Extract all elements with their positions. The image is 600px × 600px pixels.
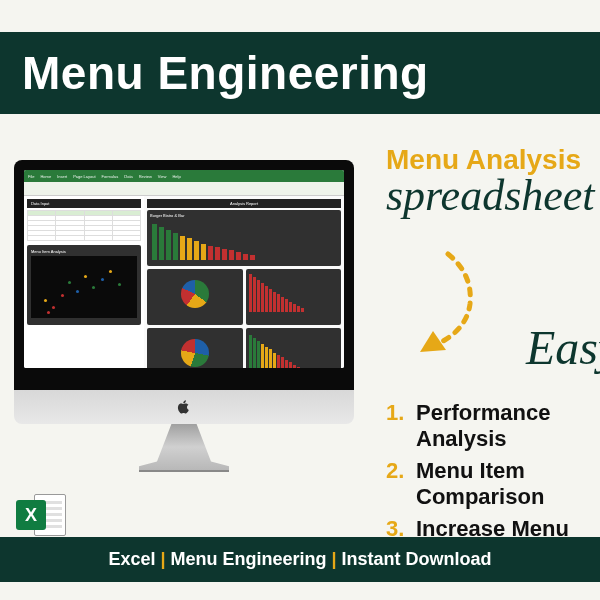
ribbon-tab: File (28, 174, 34, 179)
separator: | (155, 549, 170, 569)
analysis-panel: Analysis Report Burger Bistro & Bar (144, 196, 344, 368)
ribbon-tab: Data (124, 174, 132, 179)
monitor-stand (139, 424, 229, 472)
monitor-chin (14, 390, 354, 424)
feature-text: Performance Analysis (416, 400, 600, 452)
ribbon-tab: Insert (57, 174, 67, 179)
feature-item: 1. Performance Analysis (386, 400, 600, 452)
tiny-bars (249, 331, 339, 368)
excel-icon: X (16, 490, 66, 540)
data-input-panel: Data Input Menu Item Analysis (24, 196, 144, 368)
curved-arrow-icon (378, 246, 488, 366)
excel-x-badge: X (16, 500, 46, 530)
separator: | (327, 549, 342, 569)
feature-number: 2. (386, 458, 406, 510)
headline-line2: spreadsheet (386, 170, 600, 221)
scatter-plot-area (31, 256, 137, 318)
pie-icon (181, 339, 209, 367)
footer-part: Menu Engineering (171, 549, 327, 569)
scatter-chart: Menu Item Analysis (27, 245, 141, 325)
excel-ribbon: File Home Insert Page Layout Formulas Da… (24, 170, 344, 182)
spreadsheet-screenshot: File Home Insert Page Layout Formulas Da… (24, 170, 344, 368)
footer-band: Excel | Menu Engineering | Instant Downl… (0, 537, 600, 582)
feature-number: 1. (386, 400, 406, 452)
feature-text: Menu Item Comparison (416, 458, 600, 510)
footer-part: Excel (108, 549, 155, 569)
pie-chart-2 (147, 328, 243, 368)
bar-chart: Burger Bistro & Bar (147, 210, 341, 266)
mini-bar-chart-2 (246, 328, 342, 368)
sub-charts-2 (147, 328, 341, 368)
pie-chart (147, 269, 243, 325)
chart-brand: Burger Bistro & Bar (150, 213, 338, 218)
ribbon-tab: View (158, 174, 167, 179)
center-area: File Home Insert Page Layout Formulas Da… (0, 114, 600, 514)
sub-charts (147, 269, 341, 325)
ribbon-tab: Home (40, 174, 51, 179)
panel-header: Data Input (27, 199, 141, 208)
computer-mockup: File Home Insert Page Layout Formulas Da… (14, 160, 354, 472)
easy-label: Easy (526, 320, 600, 375)
footer-text: Excel | Menu Engineering | Instant Downl… (108, 549, 491, 569)
panel-header: Analysis Report (147, 199, 341, 208)
ribbon-tab: Formulas (102, 174, 119, 179)
worksheet-body: Data Input Menu Item Analysis (24, 196, 344, 368)
mini-bar-chart (246, 269, 342, 325)
bars (150, 220, 338, 260)
page-title: Menu Engineering (22, 46, 600, 100)
header-band: Menu Engineering (0, 32, 600, 114)
ribbon-tab: Help (172, 174, 180, 179)
pie-icon (181, 280, 209, 308)
chart-title: Menu Item Analysis (31, 249, 137, 254)
feature-item: 2. Menu Item Comparison (386, 458, 600, 510)
input-table (27, 210, 141, 241)
excel-toolbar (24, 182, 344, 196)
footer-part: Instant Download (342, 549, 492, 569)
apple-logo-icon (177, 400, 191, 414)
monitor-bezel: File Home Insert Page Layout Formulas Da… (14, 160, 354, 390)
ribbon-tab: Review (139, 174, 152, 179)
tiny-bars (249, 272, 339, 312)
ribbon-tab: Page Layout (73, 174, 95, 179)
headline-block: Menu Analysis spreadsheet (386, 144, 600, 221)
